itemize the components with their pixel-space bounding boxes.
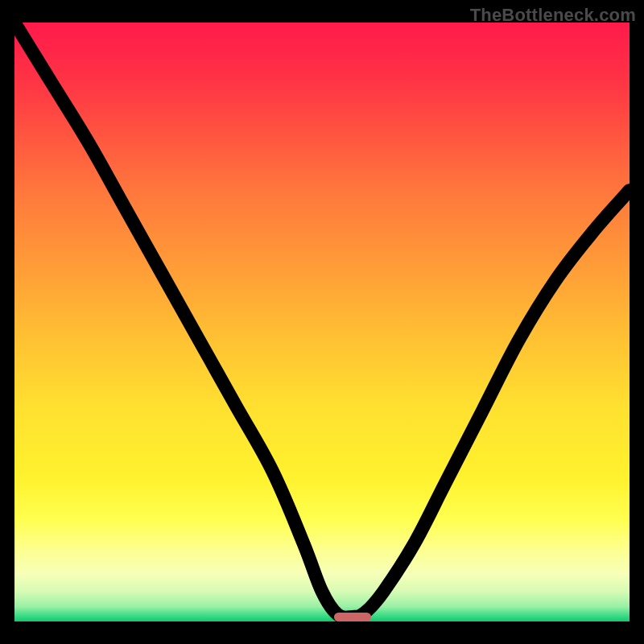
optimal-marker (334, 613, 371, 621)
watermark-text: TheBottleneck.com (470, 5, 636, 26)
bottleneck-curve (14, 23, 630, 617)
curve-layer (14, 23, 630, 621)
chart-frame: TheBottleneck.com (0, 0, 644, 644)
plot-area (14, 23, 630, 621)
